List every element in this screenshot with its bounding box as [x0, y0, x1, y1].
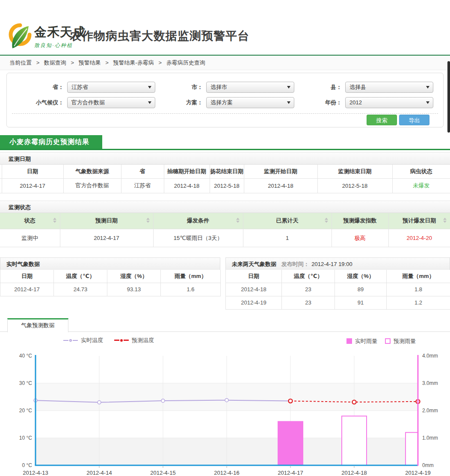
filter-divider	[12, 113, 438, 114]
province-select[interactable]: 江苏省	[67, 82, 155, 93]
county-label: 县：	[287, 82, 342, 93]
legend-realtime-rain[interactable]: 实时雨量	[346, 337, 377, 345]
page-title: 农作物病虫害大数据监测预警平台	[70, 28, 249, 44]
table-row: 2012-4-17 24.73 93.13 1.6	[0, 283, 221, 296]
svg-text:0mm: 0mm	[422, 462, 434, 468]
table-row: 2012-4-19 23 91 1.2	[226, 296, 450, 309]
chart-tab-strip: 气象预测数据	[0, 318, 450, 332]
plan-label: 方案：	[148, 97, 203, 108]
svg-text:3.0mm: 3.0mm	[422, 380, 438, 386]
svg-text:10 °C: 10 °C	[19, 435, 32, 441]
breadcrumb-item-scab-results[interactable]: 预警结果-赤霉病	[113, 59, 154, 66]
year-select[interactable]: 2012	[345, 97, 433, 108]
svg-text:1.0mm: 1.0mm	[422, 435, 438, 441]
svg-text:20 °C: 20 °C	[19, 408, 32, 414]
cell-date: 2012-4-18	[226, 283, 282, 296]
monitor-date-table: 日期 气象数据来源 省 抽穗期开始日期 扬花结束日期 监测开始日期 监测结束日期…	[0, 165, 450, 193]
svg-text:2012-4-17: 2012-4-17	[278, 470, 303, 476]
rainfall-legend: 实时雨量 预测雨量	[346, 337, 416, 345]
province-label: 省：	[9, 82, 64, 93]
col-rainfall: 雨量（mm）	[161, 270, 221, 283]
col-expected-outbreak-date[interactable]: 预计爆发日期	[388, 213, 450, 229]
filter-panel: 省： 江苏省 市： 选择市 县： 选择县 小气候仪： 官方合作数据 方案： 选择…	[6, 73, 444, 127]
publish-time-value: 2012-4-17 19:00	[311, 261, 352, 267]
forecast-weather-title: 未来两天气象数据	[232, 261, 276, 267]
svg-text:30 °C: 30 °C	[19, 380, 32, 386]
legend-forecast-rain[interactable]: 预测雨量	[385, 337, 416, 345]
col-accumulated-days[interactable]: 已累计天	[243, 213, 332, 229]
cell-rainfall: 1.6	[161, 283, 221, 296]
cell-date: 2012-4-17	[0, 283, 54, 296]
microclimate-select[interactable]: 官方合作数据	[67, 97, 155, 108]
table-header-row: 状态 预测日期 爆发条件 已累计天 预测爆发指数 预计爆发日期	[0, 213, 450, 229]
cell-weather-source: 官方合作数据	[63, 178, 121, 193]
province-select-value: 江苏省	[71, 84, 88, 90]
cell-flowering-end: 2012-5-18	[210, 178, 244, 193]
legend-realtime-temp[interactable]: 实时温度	[63, 337, 103, 344]
cell-monitor-end: 2012-5-18	[317, 178, 392, 193]
county-select-value: 选择县	[349, 84, 366, 90]
col-temperature: 温度（℃）	[282, 270, 335, 283]
microclimate-label: 小气候仪：	[9, 97, 64, 108]
col-rainfall: 雨量（mm）	[387, 270, 450, 283]
plan-select-value: 选择方案	[210, 99, 233, 106]
breadcrumb-item-data-query[interactable]: 数据查询	[44, 59, 66, 66]
cell-forecast-date: 2012-4-17	[60, 229, 153, 247]
page-scrollbar[interactable]	[447, 61, 450, 133]
export-button[interactable]: 导出	[399, 115, 429, 125]
breadcrumb-label: 当前位置	[9, 59, 32, 66]
cell-rainfall: 1.2	[387, 296, 450, 309]
legend-label: 预测温度	[132, 337, 154, 344]
microclimate-select-value: 官方合作数据	[71, 99, 105, 106]
breadcrumb-item-scab-history[interactable]: 赤霉病历史查询	[166, 59, 205, 66]
svg-text:4.0mm: 4.0mm	[422, 353, 438, 359]
forecast-weather-heading: 未来两天气象数据 发布时间： 2012-4-17 19:00	[225, 257, 450, 270]
col-status[interactable]: 状态	[0, 213, 60, 229]
breadcrumb-separator: >	[71, 59, 74, 66]
city-select-value: 选择市	[210, 84, 227, 90]
legend-label: 实时温度	[81, 337, 103, 344]
breadcrumb-item-warning-results[interactable]: 预警结果	[79, 59, 101, 66]
temperature-legend: 实时温度 预测温度	[63, 337, 154, 344]
search-button[interactable]: 搜索	[367, 115, 397, 125]
filled-square-icon	[346, 338, 352, 344]
forecast-weather-table: 日期 温度（℃） 湿度（%） 雨量（mm） 2012-4-18 23 89 1.…	[225, 270, 450, 310]
weather-chart-canvas: 0 °C10 °C20 °C30 °C40 °C0mm1.0mm2.0mm3.0…	[0, 347, 450, 476]
svg-text:2.0mm: 2.0mm	[422, 408, 438, 414]
realtime-weather-title: 实时气象数据	[6, 261, 40, 267]
monitor-date-heading: 监测日期	[0, 152, 450, 165]
cell-province: 江苏省	[121, 178, 164, 193]
plan-select[interactable]: 选择方案	[206, 97, 294, 108]
col-weather-source: 气象数据来源	[63, 165, 121, 178]
cell-status: 监测中	[0, 229, 60, 247]
breadcrumb-separator: >	[159, 59, 162, 66]
cell-outbreak-condition: 15℃暖雨日（3天）	[153, 229, 243, 247]
cell-outbreak-index: 极高	[332, 229, 388, 247]
weather-chart-section: 气象预测数据 实时温度 预测温度 实时雨量 预测雨量 0 °C10 °C20 °…	[0, 318, 450, 476]
county-select[interactable]: 选择县	[345, 82, 433, 93]
section-title: 小麦赤霉病历史预测结果	[0, 135, 102, 149]
sort-icon	[325, 218, 328, 223]
col-monitor-start: 监测开始日期	[244, 165, 317, 178]
col-date: 日期	[2, 165, 63, 178]
outline-square-icon	[385, 338, 391, 344]
brand-logo-icon	[8, 23, 33, 50]
table-row: 监测中 2012-4-17 15℃暖雨日（3天） 1 极高 2012-4-20	[0, 229, 450, 247]
col-province: 省	[121, 165, 164, 178]
page-header: 金禾天成 致良知·心种植 农作物病虫害大数据监测预警平台	[0, 0, 450, 55]
city-select[interactable]: 选择市	[206, 82, 294, 93]
col-forecast-date[interactable]: 预测日期	[60, 213, 153, 229]
city-label: 市：	[148, 82, 203, 93]
legend-forecast-temp[interactable]: 预测温度	[114, 337, 154, 344]
sort-icon	[53, 218, 56, 223]
col-outbreak-condition[interactable]: 爆发条件	[153, 213, 243, 229]
cell-monitor-start: 2012-4-18	[244, 178, 317, 193]
table-row: 2012-4-17 官方合作数据 江苏省 2012-4-18 2012-5-18…	[0, 178, 450, 193]
col-pest-status: 病虫状态	[392, 165, 450, 178]
table-header-row: 日期 温度（℃） 湿度（%） 雨量（mm）	[0, 270, 221, 283]
cell-temperature: 23	[282, 296, 335, 309]
breadcrumb: 当前位置 > 数据查询 > 预警结果 > 预警结果-赤霉病 > 赤霉病历史查询	[0, 56, 450, 70]
tab-weather-forecast-data[interactable]: 气象预测数据	[7, 318, 68, 332]
cell-rainfall: 1.8	[387, 283, 450, 296]
cell-temperature: 23	[282, 283, 335, 296]
